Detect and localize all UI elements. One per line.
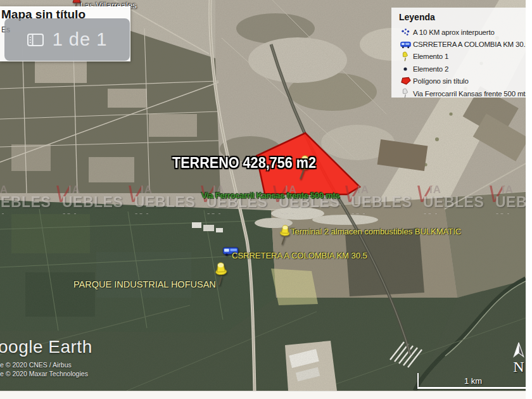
north-arrow-icon bbox=[511, 342, 526, 358]
gray-pushpin-icon bbox=[398, 88, 413, 99]
legend-item: CSRRETERA A COLOMBIA KM 30.5 bbox=[398, 38, 526, 50]
yellow-pushpin-icon bbox=[398, 51, 413, 62]
map-viewport[interactable]: VIAUEBLES IN VIAUEBLES IN VIAUEBLES IN V… bbox=[0, 0, 526, 391]
scale-bar bbox=[417, 387, 526, 389]
yellow-pushpin-hofusan[interactable] bbox=[212, 261, 231, 288]
yellow-pushpin-terminal[interactable] bbox=[277, 224, 293, 247]
legend-title: Leyenda bbox=[399, 12, 526, 22]
legend-item-label: Polígono sin título bbox=[413, 77, 469, 85]
yellow-pushpin-terreno[interactable] bbox=[294, 154, 314, 182]
legend-item-label: Via Ferrocarril Kansas frente 500 mts bbox=[413, 90, 526, 98]
red-polygon-icon bbox=[398, 77, 413, 86]
legend-panel: Leyenda A 10 KM aprox interpuerto CSRRET… bbox=[391, 8, 526, 98]
imagery-credit: e © 2020 Maxar Technologies bbox=[0, 370, 88, 377]
imagery-credit: e © 2020 CNES / Airbus bbox=[0, 361, 72, 369]
google-earth-logo: oogle Earth bbox=[0, 337, 92, 357]
page-margin-right bbox=[526, 0, 532, 399]
page-margin-bottom bbox=[0, 391, 526, 399]
legend-item: Polígono sin título bbox=[398, 75, 526, 87]
legend-item-label: Elemento 1 bbox=[413, 53, 448, 60]
bus-icon bbox=[398, 41, 413, 49]
legend-item: Elemento 1 bbox=[398, 51, 526, 63]
route-points-icon bbox=[398, 27, 413, 37]
compass-label: N bbox=[510, 360, 526, 373]
legend-item-label: A 10 KM aprox interpuerto bbox=[413, 28, 495, 36]
pager-label: 1 de 1 bbox=[53, 29, 108, 50]
legend-item: Via Ferrocarril Kansas frente 500 mts bbox=[398, 87, 526, 99]
legend-item-label: Elemento 2 bbox=[413, 65, 448, 73]
dot-icon bbox=[398, 66, 413, 72]
google-earth-screenshot: VIAUEBLES IN VIAUEBLES IN VIAUEBLES IN V… bbox=[0, 0, 532, 399]
slides-icon bbox=[27, 34, 44, 46]
slide-pager[interactable]: 1 de 1 bbox=[4, 18, 130, 61]
legend-item-label: CSRRETERA A COLOMBIA KM 30.5 bbox=[413, 41, 526, 48]
compass[interactable]: N bbox=[510, 342, 526, 373]
bus-placemark-icon[interactable] bbox=[222, 244, 240, 256]
legend-item: Elemento 2 bbox=[398, 63, 526, 75]
legend-item: A 10 KM aprox interpuerto bbox=[398, 26, 526, 38]
scale-bar-label: 1 km bbox=[464, 376, 482, 386]
scale-bar-tick bbox=[417, 373, 419, 388]
